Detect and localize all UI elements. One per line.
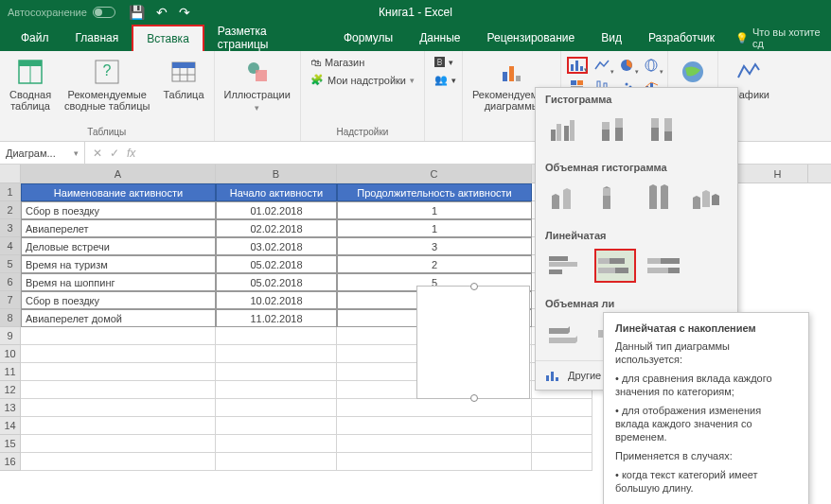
tab-view[interactable]: Вид xyxy=(588,25,635,51)
row-header[interactable]: 13 xyxy=(0,399,21,417)
svg-rect-12 xyxy=(503,72,507,81)
data-cell[interactable]: 03.02.2018 xyxy=(216,237,337,255)
header-cell[interactable]: Продолжительность активности xyxy=(337,183,532,201)
row-header[interactable]: 2 xyxy=(0,201,21,219)
line-chart-button[interactable]: ▾ xyxy=(592,57,612,74)
stacked-column-option[interactable] xyxy=(594,113,636,147)
chart-object[interactable] xyxy=(416,286,530,399)
enter-icon[interactable]: ✓ xyxy=(110,147,119,160)
people-icon: 👥 xyxy=(434,74,448,86)
select-all-corner[interactable] xyxy=(0,165,21,182)
data-cell[interactable]: 1 xyxy=(337,201,532,219)
row-header[interactable]: 16 xyxy=(0,453,21,471)
data-cell[interactable]: Сбор в поездку xyxy=(21,201,216,219)
tab-formulas[interactable]: Формулы xyxy=(330,25,406,51)
data-cell[interactable]: 02.02.2018 xyxy=(216,219,337,237)
people-graph-button[interactable]: 👥▾ xyxy=(431,72,460,88)
row-header[interactable]: 7 xyxy=(0,291,21,309)
svg-rect-57 xyxy=(556,377,558,381)
table-button[interactable]: Таблица xyxy=(159,55,207,102)
tab-home[interactable]: Главная xyxy=(62,25,133,51)
svg-rect-44 xyxy=(549,256,568,261)
chevron-down-icon: ▾ xyxy=(255,102,259,113)
map-chart-button[interactable]: ▾ xyxy=(641,57,662,74)
addins-icon: 🧩 xyxy=(310,74,324,86)
3d-stacked100-column-option[interactable] xyxy=(641,181,681,215)
data-cell[interactable]: Деловые встречи xyxy=(21,237,216,255)
tab-insert[interactable]: Вставка xyxy=(132,25,204,51)
pivot-table-button[interactable]: Сводная таблица xyxy=(6,55,55,113)
row-header[interactable]: 14 xyxy=(0,417,21,435)
svg-rect-13 xyxy=(509,66,514,81)
undo-icon[interactable]: ↶ xyxy=(156,5,168,20)
data-cell[interactable]: 1 xyxy=(337,219,532,237)
clustered-column-option[interactable] xyxy=(545,113,587,147)
column-chart-button[interactable]: ▾ xyxy=(567,57,588,74)
toggle-switch-icon[interactable] xyxy=(93,7,115,18)
name-box[interactable]: Диаграм... ▾ xyxy=(0,142,85,164)
data-cell[interactable]: 05.02.2018 xyxy=(216,273,337,291)
group-illustrations: Иллюстрации ▾ xyxy=(215,51,301,141)
tab-layout[interactable]: Разметка страницы xyxy=(204,25,330,51)
pie-chart-button[interactable]: ▾ xyxy=(616,57,637,74)
cancel-icon[interactable]: ✕ xyxy=(93,147,102,160)
3d-clustered-column-option[interactable] xyxy=(545,181,585,215)
row-header[interactable]: 3 xyxy=(0,219,21,237)
stacked100-bar-option[interactable] xyxy=(644,249,685,283)
row-header[interactable]: 10 xyxy=(0,345,21,363)
row-header[interactable]: 4 xyxy=(0,237,21,255)
data-cell[interactable]: Авиаперелет xyxy=(21,219,216,237)
recommended-pivot-button[interactable]: ? Рекомендуемые сводные таблицы xyxy=(61,55,153,113)
tab-data[interactable]: Данные xyxy=(406,25,473,51)
stacked100-column-option[interactable] xyxy=(644,113,685,147)
group-label-tables: Таблицы xyxy=(6,125,208,139)
svg-rect-21 xyxy=(571,80,576,85)
header-cell[interactable]: Наименование активности xyxy=(21,183,216,201)
data-cell[interactable]: Время на туризм xyxy=(21,255,216,273)
recommended-pivot-icon: ? xyxy=(92,57,122,87)
bing-maps-button[interactable]: 🅱▾ xyxy=(431,55,460,70)
group-tables: Сводная таблица ? Рекомендуемые сводные … xyxy=(0,51,215,141)
data-cell[interactable]: 01.02.2018 xyxy=(216,201,337,219)
tab-developer[interactable]: Разработчик xyxy=(635,25,728,51)
tell-me[interactable]: 💡 Что вы хотите сд xyxy=(735,25,831,51)
row-header[interactable]: 15 xyxy=(0,435,21,453)
tab-review[interactable]: Рецензирование xyxy=(474,25,589,51)
my-addins-button[interactable]: 🧩 Мои надстройки ▾ xyxy=(307,72,418,88)
col-header-b[interactable]: B xyxy=(216,165,337,182)
row-header[interactable]: 11 xyxy=(0,363,21,381)
3d-stacked-column-option[interactable] xyxy=(592,181,632,215)
data-cell[interactable]: 11.02.2018 xyxy=(216,309,337,327)
illustrations-button[interactable]: Иллюстрации ▾ xyxy=(221,55,294,115)
tab-file[interactable]: Файл xyxy=(8,25,62,51)
row-header[interactable]: 1 xyxy=(0,183,21,201)
redo-icon[interactable]: ↷ xyxy=(179,5,190,20)
fx-icon[interactable]: fx xyxy=(127,147,135,160)
3d-column-option[interactable] xyxy=(688,181,728,215)
svg-rect-45 xyxy=(549,262,577,267)
store-button[interactable]: 🛍 Магазин xyxy=(307,55,418,70)
autosave-toggle[interactable]: Автосохранение xyxy=(8,7,115,18)
data-cell[interactable]: 05.02.2018 xyxy=(216,255,337,273)
save-icon[interactable]: 💾 xyxy=(129,5,145,20)
data-cell[interactable]: 2 xyxy=(337,255,532,273)
svg-rect-16 xyxy=(575,61,578,71)
row-header[interactable]: 5 xyxy=(0,255,21,273)
clustered-bar-option[interactable] xyxy=(545,249,587,283)
col-header-h[interactable]: H xyxy=(748,165,808,182)
col-header-c[interactable]: C xyxy=(337,165,532,182)
data-cell[interactable]: Время на шоппинг xyxy=(21,273,216,291)
stacked-bar-option[interactable] xyxy=(594,249,636,283)
header-cell[interactable]: Начало активности xyxy=(216,183,337,201)
data-cell[interactable]: 10.02.2018 xyxy=(216,291,337,309)
row-header[interactable]: 8 xyxy=(0,309,21,327)
row-header[interactable]: 6 xyxy=(0,273,21,291)
col-header-a[interactable]: A xyxy=(21,165,216,182)
row-header[interactable]: 9 xyxy=(0,327,21,345)
3d-clustered-bar-option[interactable] xyxy=(545,317,587,351)
data-cell[interactable]: 3 xyxy=(337,237,532,255)
chevron-down-icon[interactable]: ▾ xyxy=(74,148,79,158)
row-header[interactable]: 12 xyxy=(0,381,21,399)
data-cell[interactable]: Авиаперелет домой xyxy=(21,309,216,327)
data-cell[interactable]: Сбор в поездку xyxy=(21,291,216,309)
